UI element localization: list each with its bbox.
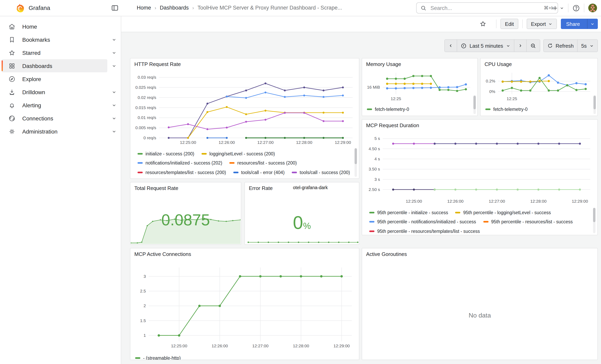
svg-text:12:28:00: 12:28:00: [530, 199, 547, 204]
share-menu-chevron-icon[interactable]: [587, 19, 597, 29]
export-button[interactable]: Export: [526, 19, 557, 29]
refresh-interval-picker[interactable]: 5s: [578, 40, 597, 52]
search-field[interactable]: [430, 5, 541, 11]
legend-item[interactable]: resources/templates/list - success (200): [138, 168, 226, 177]
search-input[interactable]: ⌘+k: [416, 2, 558, 13]
time-shift-forward-button[interactable]: [514, 40, 526, 52]
legend-scrollbar[interactable]: [593, 208, 595, 233]
collapse-sidebar-icon[interactable]: [110, 4, 119, 12]
legend-item[interactable]: resources/list - success (200): [229, 158, 297, 168]
sidebar-item-alerting[interactable]: Alerting: [2, 98, 107, 112]
panel-title[interactable]: HTTP Request Rate: [134, 61, 181, 67]
legend-item[interactable]: 95th percentile - resources/list - succe…: [483, 217, 572, 226]
panel-mcp-request-duration: MCP Request Duration 2.50 s3 s3.50 s4 s4…: [362, 119, 598, 235]
panel-title[interactable]: Active Goroutines: [366, 251, 407, 257]
legend-label: tools/call - success (200): [300, 170, 350, 175]
legend-label: notifications/initialized - success (202…: [145, 161, 222, 166]
svg-text:12:27:00: 12:27:00: [257, 140, 274, 145]
sidebar-item-drilldown[interactable]: Drilldown: [2, 85, 107, 98]
sidebar-item-dashboards[interactable]: Dashboards: [2, 59, 107, 72]
chevron-down-icon[interactable]: [112, 90, 116, 94]
svg-text:12:25: 12:25: [391, 96, 401, 101]
no-data-message: No data: [362, 312, 597, 319]
sidebar-item-home[interactable]: Home: [2, 20, 107, 33]
cpu-usage-chart[interactable]: 0.2%0%12:25: [482, 69, 593, 102]
legend-item[interactable]: tools/call - error (404): [233, 168, 285, 177]
svg-text:12:27:00: 12:27:00: [489, 199, 505, 204]
divider: [522, 20, 522, 28]
legend-item[interactable]: 95th percentile - initialize - success: [369, 208, 448, 217]
total-request-rate-value: 0.0875: [130, 211, 241, 229]
svg-text:4.50 s: 4.50 s: [369, 147, 380, 151]
legend-item[interactable]: fetch-telemetry-0: [485, 105, 528, 113]
mcp-request-duration-chart[interactable]: 2.50 s3 s3.50 s4 s4.50 s5 s12:25:0012:26…: [364, 132, 595, 206]
svg-text:2.50 s: 2.50 s: [369, 187, 380, 192]
legend-item[interactable]: 95th percentile - logging/setLevel - suc…: [455, 208, 551, 217]
sidebar-item-starred[interactable]: Starred: [2, 46, 107, 59]
zoom-out-icon: [530, 43, 536, 49]
sidebar-item-connections[interactable]: Connections: [2, 112, 107, 125]
sidebar-item-label: Administration: [22, 128, 57, 135]
mcp-active-connections-chart[interactable]: 11.522.5312:25:0012:26:0012:27:0012:28:0…: [133, 261, 357, 352]
zoom-out-time-button[interactable]: [526, 40, 540, 52]
legend-item[interactable]: tools/list - success (200): [138, 177, 195, 178]
legend-scrollbar[interactable]: [473, 95, 476, 114]
legend-item[interactable]: notifications/initialized - success (202…: [138, 158, 222, 168]
panel-title[interactable]: MCP Active Connections: [134, 251, 191, 257]
legend-item[interactable]: unknown - success (200): [202, 177, 260, 178]
legend-item[interactable]: fetch-telemetry-0: [367, 105, 409, 113]
brand-name: Grafana: [29, 4, 50, 11]
error-rate-sparkline: [245, 238, 359, 244]
chevron-down-icon[interactable]: [112, 63, 116, 68]
legend-item[interactable]: tools/call - success (200): [292, 168, 350, 177]
legend-scrollbar[interactable]: [593, 95, 596, 114]
time-shift-back-button[interactable]: [445, 40, 457, 52]
sidebar-item-label: Home: [22, 23, 37, 30]
panel-title[interactable]: Error Rate: [249, 185, 273, 191]
add-new-button[interactable]: [552, 5, 564, 11]
edit-button[interactable]: Edit: [501, 19, 518, 29]
favorite-star-icon[interactable]: [480, 20, 487, 27]
time-range-picker[interactable]: Last 5 minutes: [457, 40, 514, 52]
legend-item[interactable]: initialize - success (200): [138, 149, 194, 158]
sidebar-item-bookmarks[interactable]: Bookmarks: [2, 33, 107, 46]
chevron-down-icon[interactable]: [112, 116, 116, 121]
svg-text:0.01 req/s: 0.01 req/s: [138, 115, 156, 120]
memory-usage-chart[interactable]: 16 MiB12:25: [364, 69, 473, 102]
divider: [584, 4, 584, 12]
legend-item[interactable]: - (streamable-http): [135, 353, 181, 360]
sidebar-item-label: Alerting: [22, 102, 41, 108]
refresh-button[interactable]: Refresh: [544, 40, 578, 52]
chevron-down-icon[interactable]: [112, 129, 116, 134]
user-avatar[interactable]: [588, 4, 597, 12]
chevron-down-icon[interactable]: [112, 103, 116, 108]
legend-item[interactable]: 95th percentile - notifications/initiali…: [369, 217, 476, 226]
legend-scrollbar[interactable]: [355, 148, 357, 177]
sidebar-item-label: Bookmarks: [22, 36, 50, 43]
panel-title[interactable]: CPU Usage: [485, 61, 512, 67]
gear-icon: [8, 128, 16, 135]
chevron-down-icon[interactable]: [112, 37, 116, 42]
breadcrumb-dashboards[interactable]: Dashboards: [160, 5, 189, 11]
panel-title[interactable]: Memory Usage: [366, 61, 401, 67]
bell-icon: [8, 101, 16, 109]
legend-label: fetch-telemetry-0: [375, 107, 409, 112]
panel-title[interactable]: MCP Request Duration: [366, 122, 419, 128]
panel-title[interactable]: Total Request Rate: [134, 185, 178, 191]
sidebar-item-administration[interactable]: Administration: [2, 125, 107, 138]
legend-swatch-icon: [229, 162, 234, 164]
breadcrumb-home[interactable]: Home: [137, 5, 151, 11]
legend-item[interactable]: logging/setLevel - success (200): [201, 149, 275, 158]
compass-icon: [8, 75, 16, 82]
legend-swatch-icon: [485, 108, 491, 110]
apps-icon: [8, 62, 16, 69]
help-icon[interactable]: [572, 4, 580, 12]
grafana-logo-icon[interactable]: [15, 3, 25, 13]
http-request-rate-chart[interactable]: 0 req/s0.005 req/s0.01 req/s0.015 req/s0…: [133, 70, 357, 148]
sidebar-item-explore[interactable]: Explore: [2, 72, 107, 85]
sidebar-item-label: Drilldown: [22, 89, 45, 95]
svg-text:0.015 req/s: 0.015 req/s: [135, 105, 156, 110]
share-button[interactable]: Share: [561, 19, 598, 29]
chevron-down-icon[interactable]: [112, 50, 116, 55]
legend-item[interactable]: 95th percentile - resources/templates/li…: [369, 226, 480, 235]
